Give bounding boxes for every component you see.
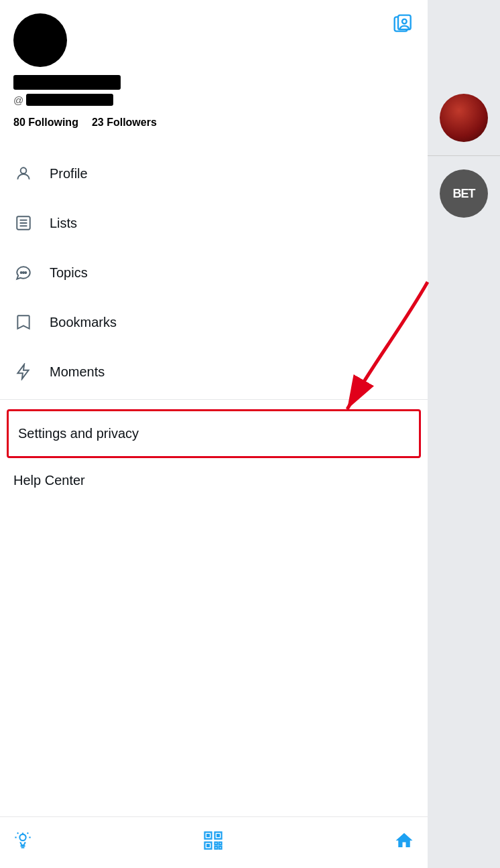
main-panel: @ 80 Following 23 Followers Profile: [0, 0, 428, 868]
bet-label: BET: [453, 187, 475, 201]
bottom-bar: [0, 816, 428, 868]
side-avatar-top[interactable]: [440, 94, 488, 142]
svg-rect-21: [206, 834, 210, 837]
qr-code-icon[interactable]: [203, 830, 223, 855]
lightbulb-icon[interactable]: [13, 831, 32, 854]
svg-rect-27: [219, 843, 222, 845]
svg-point-3: [21, 167, 27, 173]
following-stat[interactable]: 80 Following: [13, 117, 78, 129]
svg-rect-29: [219, 847, 222, 849]
menu-item-settings[interactable]: Settings and privacy: [9, 411, 419, 456]
side-panel: BET: [428, 0, 500, 868]
svg-point-12: [19, 835, 25, 841]
svg-rect-28: [215, 847, 218, 849]
topics-label: Topics: [50, 265, 88, 281]
svg-rect-25: [206, 844, 210, 847]
followers-label: Followers: [107, 117, 157, 128]
svg-line-19: [17, 833, 19, 834]
menu-item-topics[interactable]: Topics: [0, 248, 428, 297]
menu-item-bookmarks[interactable]: Bookmarks: [0, 297, 428, 347]
following-count: 80: [13, 117, 25, 128]
avatar: [13, 13, 67, 67]
bookmark-icon: [13, 312, 34, 332]
header-top: [13, 13, 414, 67]
help-label: Help Center: [13, 473, 85, 488]
menu-item-help[interactable]: Help Center: [0, 458, 428, 503]
settings-highlight-box: Settings and privacy: [7, 409, 421, 458]
user-name-redacted: [13, 75, 121, 90]
side-avatar-bet[interactable]: BET: [440, 169, 488, 218]
bookmarks-label: Bookmarks: [50, 315, 117, 330]
followers-stat[interactable]: 23 Followers: [92, 117, 157, 129]
header: @ 80 Following 23 Followers: [0, 0, 428, 135]
svg-point-8: [21, 272, 22, 273]
svg-point-9: [23, 272, 24, 273]
following-label: Following: [28, 117, 78, 128]
svg-line-18: [27, 833, 29, 834]
menu-list: Profile Lists: [0, 149, 428, 816]
list-icon: [13, 213, 34, 233]
profile-cards-icon[interactable]: [393, 13, 414, 40]
settings-label: Settings and privacy: [18, 426, 139, 441]
svg-rect-26: [215, 843, 218, 845]
home-icon[interactable]: [394, 830, 414, 855]
side-divider-1: [428, 155, 500, 156]
menu-item-lists[interactable]: Lists: [0, 198, 428, 248]
lists-label: Lists: [50, 216, 77, 231]
moments-label: Moments: [50, 364, 105, 380]
menu-divider: [0, 399, 428, 400]
follow-stats: 80 Following 23 Followers: [13, 117, 414, 129]
profile-label: Profile: [50, 166, 88, 182]
user-handle-row: @: [13, 94, 414, 106]
settings-section-wrapper: Settings and privacy: [7, 409, 421, 458]
person-icon: [13, 163, 34, 184]
user-handle-redacted: [26, 94, 113, 106]
svg-rect-23: [216, 834, 220, 837]
menu-item-profile[interactable]: Profile: [0, 149, 428, 198]
lightning-icon: [13, 362, 34, 382]
chat-bubble-icon: [13, 263, 34, 283]
menu-item-moments[interactable]: Moments: [0, 347, 428, 396]
followers-count: 23: [92, 117, 104, 128]
svg-point-10: [25, 272, 26, 273]
at-sign: @: [13, 94, 23, 106]
